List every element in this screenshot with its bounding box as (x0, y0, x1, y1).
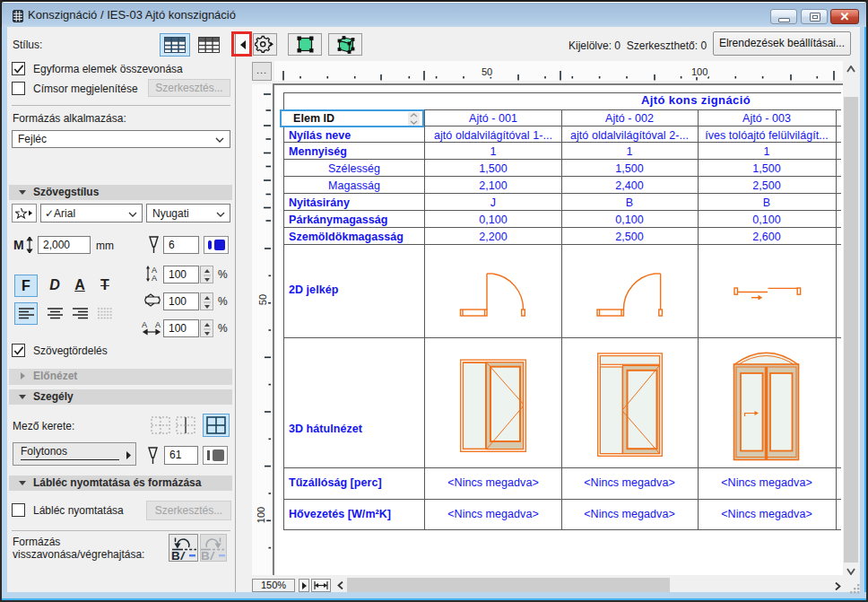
svg-text:/: / (180, 549, 186, 562)
svg-text:/: / (210, 549, 215, 562)
svg-text:A: A (152, 274, 157, 282)
svg-text:A: A (142, 320, 147, 329)
svg-text:B: B (171, 549, 180, 562)
svg-text:A: A (155, 320, 161, 329)
svg-text:B: B (201, 549, 210, 562)
svg-text:M: M (13, 238, 24, 252)
